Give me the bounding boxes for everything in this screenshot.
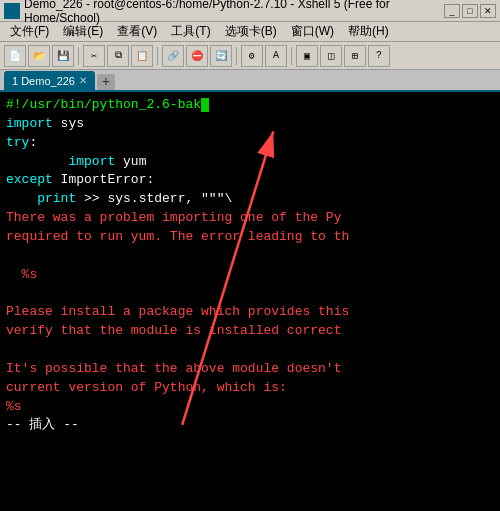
import-sys: sys <box>53 116 84 131</box>
menu-view[interactable]: 查看(V) <box>111 22 163 41</box>
terminal-line-7: There was a problem importing one of the… <box>6 209 494 228</box>
terminal-line-6: print >> sys.stderr, """\ <box>6 190 494 209</box>
tab-label: 1 Demo_226 <box>12 75 75 87</box>
indent1 <box>6 154 68 169</box>
terminal-line-14 <box>6 341 494 360</box>
toolbar-extra1[interactable]: ▣ <box>296 45 318 67</box>
terminal-line-15: It's possible that the above module does… <box>6 360 494 379</box>
app-icon <box>4 3 20 19</box>
toolbar-open[interactable]: 📂 <box>28 45 50 67</box>
terminal-line-17: %s <box>6 398 494 417</box>
toolbar-separator-2 <box>157 47 158 65</box>
tab-close-button[interactable]: ✕ <box>79 75 87 86</box>
toolbar-connect[interactable]: 🔗 <box>162 45 184 67</box>
toolbar-new[interactable]: 📄 <box>4 45 26 67</box>
keyword-print: print <box>37 191 76 206</box>
keyword-except: except <box>6 172 53 187</box>
error-line-5: It's possible that the above module does… <box>6 361 341 376</box>
toolbar-extra3[interactable]: ⊞ <box>344 45 366 67</box>
toolbar-font[interactable]: A <box>265 45 287 67</box>
keyword-try: try <box>6 135 29 150</box>
terminal-line-11 <box>6 284 494 303</box>
menu-tabs[interactable]: 选项卡(B) <box>219 22 283 41</box>
new-tab-button[interactable]: + <box>97 74 115 90</box>
error-line-4: verify that the module is installed corr… <box>6 323 341 338</box>
tab-bar: 1 Demo_226 ✕ + <box>0 70 500 92</box>
active-tab[interactable]: 1 Demo_226 ✕ <box>4 71 95 90</box>
terminal-line-1: #!/usr/bin/python_2.6-bak <box>6 96 494 115</box>
indent2 <box>6 191 37 206</box>
terminal-line-13: verify that the module is installed corr… <box>6 322 494 341</box>
terminal-line-5: except ImportError: <box>6 171 494 190</box>
terminal-line-18: -- 插入 -- <box>6 416 494 435</box>
error-line-6: current version of Python, which is: <box>6 380 287 395</box>
error-line-2: required to run yum. The error leading t… <box>6 229 349 244</box>
toolbar: 📄 📂 💾 ✂ ⧉ 📋 🔗 ⛔ 🔄 ⚙ A ▣ ◫ ⊞ ? <box>0 42 500 70</box>
cursor <box>201 98 209 112</box>
terminal[interactable]: #!/usr/bin/python_2.6-bak import sys try… <box>0 92 500 511</box>
terminal-line-3: try: <box>6 134 494 153</box>
error-line-3: Please install a package which provides … <box>6 304 349 319</box>
toolbar-save[interactable]: 💾 <box>52 45 74 67</box>
toolbar-separator-3 <box>236 47 237 65</box>
status-insert: -- 插入 -- <box>6 417 79 432</box>
menu-file[interactable]: 文件(F) <box>4 22 55 41</box>
terminal-line-9 <box>6 247 494 266</box>
toolbar-settings[interactable]: ⚙ <box>241 45 263 67</box>
toolbar-extra2[interactable]: ◫ <box>320 45 342 67</box>
terminal-line-2: import sys <box>6 115 494 134</box>
keyword-import: import <box>6 116 53 131</box>
menu-tools[interactable]: 工具(T) <box>165 22 216 41</box>
toolbar-separator-1 <box>78 47 79 65</box>
colon1: : <box>29 135 37 150</box>
terminal-line-4: import yum <box>6 153 494 172</box>
import-yum: yum <box>115 154 146 169</box>
toolbar-help[interactable]: ? <box>368 45 390 67</box>
terminal-line-10: %s <box>6 266 494 285</box>
toolbar-separator-4 <box>291 47 292 65</box>
terminal-line-12: Please install a package which provides … <box>6 303 494 322</box>
keyword-import2: import <box>68 154 115 169</box>
title-bar: Demo_226 - root@centos-6:/home/Python-2.… <box>0 0 500 22</box>
terminal-line-16: current version of Python, which is: <box>6 379 494 398</box>
toolbar-copy[interactable]: ⧉ <box>107 45 129 67</box>
toolbar-reconnect[interactable]: 🔄 <box>210 45 232 67</box>
title-bar-text: Demo_226 - root@centos-6:/home/Python-2.… <box>24 0 444 25</box>
window-controls[interactable]: _ □ ✕ <box>444 4 496 18</box>
shebang-text: #!/usr/bin/python_2.6-bak <box>6 97 201 112</box>
toolbar-paste[interactable]: 📋 <box>131 45 153 67</box>
minimize-button[interactable]: _ <box>444 4 460 18</box>
menu-edit[interactable]: 编辑(E) <box>57 22 109 41</box>
menu-bar: 文件(F) 编辑(E) 查看(V) 工具(T) 选项卡(B) 窗口(W) 帮助(… <box>0 22 500 42</box>
toolbar-cut[interactable]: ✂ <box>83 45 105 67</box>
maximize-button[interactable]: □ <box>462 4 478 18</box>
menu-window[interactable]: 窗口(W) <box>285 22 340 41</box>
error-format-1: %s <box>6 267 37 282</box>
menu-help[interactable]: 帮助(H) <box>342 22 395 41</box>
close-button[interactable]: ✕ <box>480 4 496 18</box>
terminal-line-8: required to run yum. The error leading t… <box>6 228 494 247</box>
print-args: >> sys.stderr, """\ <box>76 191 232 206</box>
error-line-1: There was a problem importing one of the… <box>6 210 341 225</box>
error-format-2: %s <box>6 399 22 414</box>
toolbar-disconnect[interactable]: ⛔ <box>186 45 208 67</box>
importerror-text: ImportError: <box>53 172 154 187</box>
